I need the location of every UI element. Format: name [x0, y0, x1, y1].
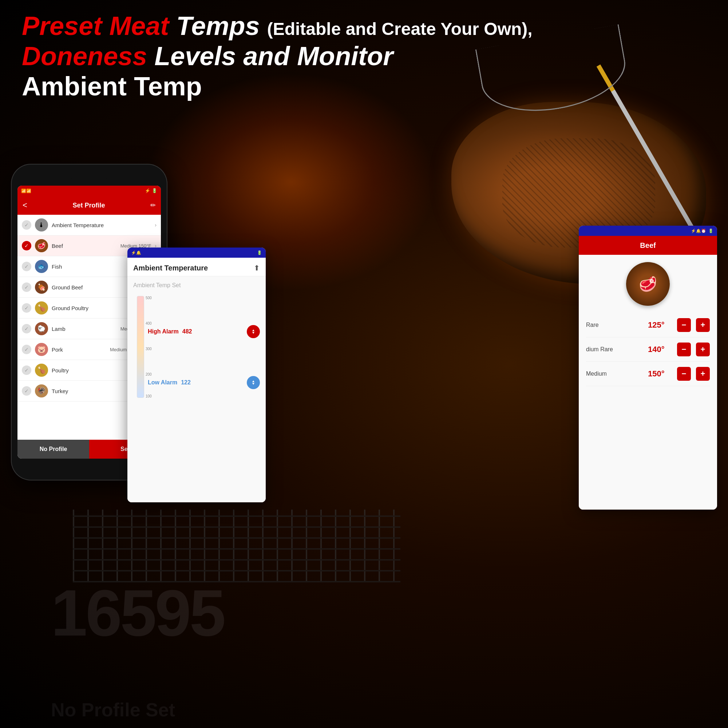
- header-title: Set Profile: [31, 202, 147, 209]
- item-name-turkey: Turkey: [52, 388, 135, 394]
- beef-body: 🥩 Rare 125° − + dium Rare 140° − + Mediu…: [579, 255, 717, 509]
- ambient-status-icons: ⚡🔔: [131, 251, 141, 255]
- low-alarm-value: 122: [181, 379, 191, 386]
- headline-levels: Levels and Monitor: [154, 41, 393, 70]
- high-alarm-spinner[interactable]: [247, 325, 260, 338]
- status-signal: 📶📶: [21, 188, 31, 193]
- medium-rare-label: dium Rare: [586, 346, 644, 353]
- rare-minus-button[interactable]: −: [677, 318, 691, 332]
- item-name-fish: Fish: [52, 263, 135, 270]
- medium-plus-button[interactable]: +: [696, 367, 710, 381]
- back-button[interactable]: <: [23, 200, 27, 210]
- check-ambient: ✓: [22, 220, 31, 230]
- medium-rare-plus-button[interactable]: +: [696, 343, 710, 356]
- status-right: ⚡ 🔋: [145, 188, 157, 193]
- scale-bot: 100: [145, 394, 152, 398]
- food-icon-pork: 🐷: [35, 343, 48, 356]
- check-turkey: ✓: [22, 386, 31, 396]
- scale-mid1: 400: [145, 321, 152, 326]
- item-name-poultry: Poultry: [52, 367, 135, 373]
- medium-label: Medium: [586, 370, 644, 377]
- headline-ambient: Ambient Temp: [22, 72, 202, 101]
- beef-status-bar: ⚡🔔⏰ 🔋: [579, 226, 717, 236]
- beef-popup: ⚡🔔⏰ 🔋 Beef 🥩 Rare 125° − + dium Rare 140…: [579, 226, 717, 509]
- check-beef: ✓: [22, 241, 31, 251]
- beef-status-icons: ⚡🔔⏰: [691, 229, 706, 233]
- ambient-status-bar: ⚡🔔 🔋: [127, 248, 266, 258]
- item-name-lamb: Lamb: [52, 326, 117, 332]
- beef-image: 🥩: [626, 262, 670, 306]
- ambient-body: Ambient Temp Set High Alarm 482 Low Alar…: [127, 276, 266, 502]
- headline: Preset Meat Temps (Editable and Create Y…: [22, 11, 532, 101]
- ambient-title: Ambient Temperature: [133, 264, 208, 272]
- thermometer-scale: High Alarm 482 Low Alarm 122 500 400 300…: [133, 296, 260, 405]
- scale-mid3: 200: [145, 372, 152, 376]
- high-alarm-row: High Alarm 482: [148, 325, 260, 338]
- no-profile-button[interactable]: No Profile: [17, 440, 89, 459]
- medium-rare-minus-button[interactable]: −: [677, 343, 691, 356]
- ambient-header: Ambient Temperature ⬆: [127, 258, 266, 276]
- chevron-icon: ›: [155, 222, 156, 228]
- battery-icon: 🔋: [152, 188, 157, 193]
- no-profile-watermark: No Profile Set: [51, 699, 175, 721]
- headline-doneness: Doneness: [22, 41, 147, 70]
- scale-mid2: 300: [145, 347, 152, 351]
- item-name-ambient: Ambient Temperature: [52, 222, 151, 228]
- rare-plus-button[interactable]: +: [696, 318, 710, 332]
- check-ground-beef: ✓: [22, 283, 31, 292]
- food-icon-lamb: 🐑: [35, 322, 48, 335]
- ambient-set-label: Ambient Temp Set: [133, 282, 260, 289]
- phone-notch: [71, 175, 107, 181]
- low-alarm-label: Low Alarm: [148, 379, 177, 386]
- food-icon-fish: 🐟: [35, 260, 48, 273]
- item-name-beef: Beef: [52, 243, 117, 249]
- check-poultry: ✓: [22, 366, 31, 375]
- temp-scale-bar: [137, 296, 144, 398]
- status-bar: 📶📶 ⚡ 🔋: [17, 186, 161, 196]
- edit-icon[interactable]: ✏: [150, 201, 156, 209]
- high-alarm-label: High Alarm: [148, 328, 179, 335]
- ambient-battery: 🔋: [257, 251, 262, 255]
- medium-rare-temp: 140°: [648, 345, 673, 354]
- ambient-popup: ⚡🔔 🔋 Ambient Temperature ⬆ Ambient Temp …: [127, 248, 266, 502]
- food-icon-beef: 🥩: [35, 239, 48, 252]
- check-lamb: ✓: [22, 324, 31, 333]
- low-alarm-spinner[interactable]: [247, 376, 260, 389]
- share-icon[interactable]: ⬆: [254, 263, 260, 272]
- food-icon-ground-beef: 🍖: [35, 281, 48, 294]
- bluetooth-icon: ⚡: [145, 188, 150, 193]
- item-name-pork: Pork: [52, 347, 106, 353]
- doneness-medium-rare: dium Rare 140° − +: [586, 337, 710, 362]
- medium-temp: 150°: [648, 369, 673, 379]
- item-name-ground-beef: Ground Beef: [52, 284, 135, 291]
- food-icon-poultry: 🍗: [35, 364, 48, 377]
- rare-label: Rare: [586, 322, 644, 328]
- device-number-watermark: 16595: [51, 575, 224, 650]
- rare-temp: 125°: [648, 320, 673, 330]
- headline-temps: Temps: [176, 11, 260, 40]
- high-alarm-value: 482: [182, 328, 192, 335]
- app-header: < Set Profile ✏: [17, 196, 161, 215]
- headline-meat: Preset Meat: [22, 11, 169, 40]
- item-name-ground-poultry: Ground Poultry: [52, 305, 135, 311]
- doneness-rare: Rare 125° − +: [586, 313, 710, 337]
- food-icon-turkey: 🦃: [35, 384, 48, 398]
- low-alarm-row: Low Alarm 122: [148, 376, 260, 389]
- food-icon-ground-poultry: 🍗: [35, 301, 48, 315]
- check-fish: ✓: [22, 262, 31, 271]
- beef-title: Beef: [640, 241, 656, 250]
- check-pork: ✓: [22, 345, 31, 354]
- beef-battery: 🔋: [708, 229, 713, 233]
- grill-grate: [73, 509, 401, 583]
- doneness-medium: Medium 150° − +: [586, 362, 710, 386]
- medium-minus-button[interactable]: −: [677, 367, 691, 381]
- beef-header: Beef: [579, 236, 717, 255]
- scale-top: 500: [145, 296, 152, 300]
- food-icon-ambient: 🌡: [35, 219, 48, 231]
- check-ground-poultry: ✓: [22, 303, 31, 313]
- list-item[interactable]: ✓ 🌡 Ambient Temperature ›: [17, 215, 161, 236]
- headline-editable: (Editable and Create Your Own),: [267, 19, 532, 38]
